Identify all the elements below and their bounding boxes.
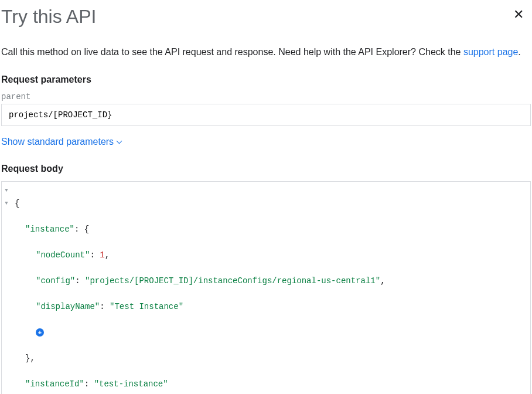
support-link[interactable]: support page xyxy=(463,47,518,57)
description-text: Call this method on live data to see the… xyxy=(1,45,531,59)
request-body-header: Request body xyxy=(1,164,531,174)
json-code-area[interactable]: { "instance": { "nodeCount": 1, "config"… xyxy=(11,182,530,394)
json-key-displayname: "displayName" xyxy=(36,302,100,311)
json-key-nodecount: "nodeCount" xyxy=(36,250,90,260)
add-property-icon[interactable]: + xyxy=(36,328,44,337)
description-prefix: Call this method on live data to see the… xyxy=(1,47,463,57)
show-standard-params-button[interactable]: Show standard parameters xyxy=(1,137,121,147)
json-punc: , xyxy=(380,276,385,286)
show-standard-params-label: Show standard parameters xyxy=(1,137,114,147)
json-punc: : { xyxy=(74,225,89,234)
request-params-header: Request parameters xyxy=(1,74,531,85)
json-punc: : xyxy=(84,379,94,389)
page-title: Try this API xyxy=(1,6,531,28)
json-key-config: "config" xyxy=(36,276,75,286)
parent-input[interactable] xyxy=(1,104,531,126)
json-punc: : xyxy=(75,276,85,286)
chevron-down-icon xyxy=(117,138,122,144)
json-punc: : xyxy=(100,302,110,311)
description-suffix: . xyxy=(518,47,520,57)
fold-marker-icon[interactable]: ▼ xyxy=(2,184,11,197)
close-icon[interactable]: ✕ xyxy=(511,6,526,23)
json-val-instanceid: "test-instance" xyxy=(94,379,168,389)
json-editor[interactable]: ▼ ▼ { "instance": { "nodeCount": 1, "con… xyxy=(1,181,531,394)
fold-gutter: ▼ ▼ xyxy=(2,182,11,394)
json-val-config: "projects/[PROJECT_ID]/instanceConfigs/r… xyxy=(85,276,380,286)
json-key-instance: "instance" xyxy=(25,225,74,234)
json-punc: : xyxy=(90,250,100,260)
parent-label: parent xyxy=(1,92,531,101)
json-key-instanceid: "instanceId" xyxy=(25,379,84,389)
json-brace-close: }, xyxy=(25,354,35,363)
json-val-nodecount: 1 xyxy=(100,250,104,260)
json-brace-open: { xyxy=(15,199,19,208)
json-punc: , xyxy=(105,250,110,260)
json-val-displayname: "Test Instance" xyxy=(110,302,183,311)
fold-marker-icon[interactable]: ▼ xyxy=(2,197,11,210)
